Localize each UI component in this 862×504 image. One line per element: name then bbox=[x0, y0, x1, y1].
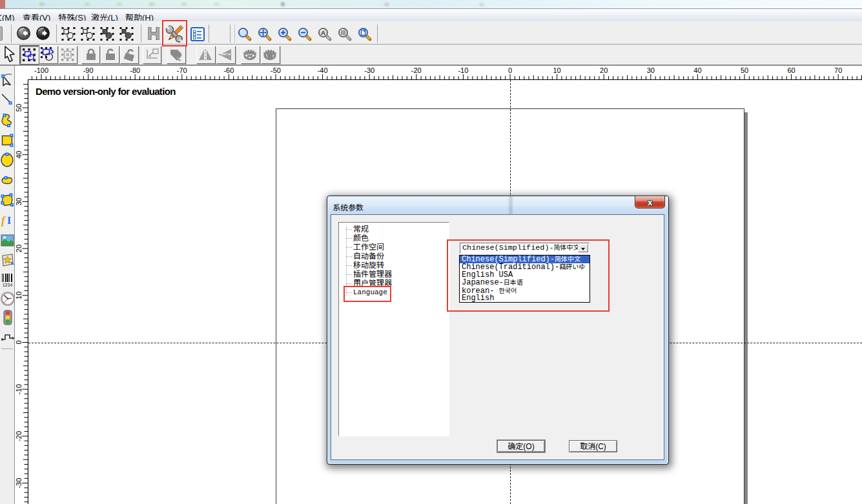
svg-text:-10: -10 bbox=[458, 66, 468, 74]
svg-text:I: I bbox=[7, 215, 11, 226]
svg-text:70: 70 bbox=[834, 66, 842, 74]
svg-text:60: 60 bbox=[787, 66, 795, 74]
svg-text:-70: -70 bbox=[177, 66, 187, 74]
svg-text:50: 50 bbox=[15, 104, 23, 112]
svg-text:-10: -10 bbox=[15, 384, 23, 394]
svg-text:1234: 1234 bbox=[3, 283, 13, 288]
svg-text:20: 20 bbox=[15, 245, 23, 252]
svg-text:-20: -20 bbox=[15, 431, 23, 441]
svg-text:40: 40 bbox=[15, 151, 23, 159]
svg-text:0: 0 bbox=[508, 66, 512, 74]
svg-text:-90: -90 bbox=[83, 66, 94, 74]
svg-text:A: A bbox=[321, 29, 325, 36]
svg-text:-50: -50 bbox=[271, 66, 281, 74]
svg-text:10: 10 bbox=[15, 292, 23, 299]
svg-text:-80: -80 bbox=[130, 66, 140, 74]
svg-text:20: 20 bbox=[600, 66, 608, 74]
svg-text:30: 30 bbox=[647, 66, 655, 74]
svg-text:-20: -20 bbox=[411, 66, 422, 74]
svg-text:10: 10 bbox=[553, 66, 560, 74]
svg-text:-30: -30 bbox=[364, 66, 375, 74]
svg-text:40: 40 bbox=[693, 66, 701, 74]
svg-text:30: 30 bbox=[15, 197, 23, 205]
svg-text:0: 0 bbox=[15, 340, 23, 344]
svg-text:-60: -60 bbox=[223, 66, 234, 74]
svg-text:50: 50 bbox=[741, 66, 748, 74]
svg-text:-40: -40 bbox=[318, 66, 328, 74]
svg-text:-30: -30 bbox=[15, 478, 23, 489]
svg-text:-100: -100 bbox=[34, 66, 48, 74]
svg-text:f: f bbox=[1, 214, 6, 227]
